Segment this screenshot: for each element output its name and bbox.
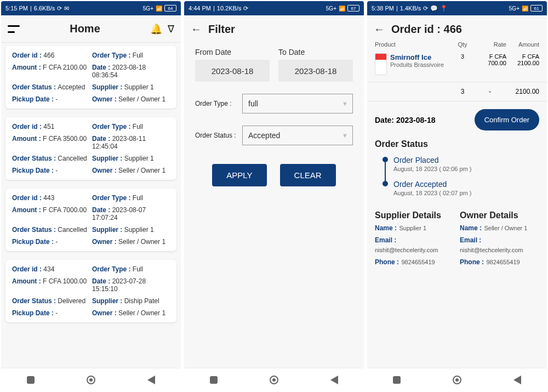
chevron-down-icon: ▼ xyxy=(342,100,348,107)
status-bar: 5:38 PM | 1.4KB/s ⟳💬📍 5G+📶 61 xyxy=(367,1,547,15)
to-date-input[interactable]: 2023-08-18 xyxy=(278,60,353,82)
page-title: Order id : 466 xyxy=(391,23,462,36)
status-bar: 4:44 PM | 10.2KB/s ⟳ 5G+📶 67 xyxy=(184,1,364,15)
order-card[interactable]: Order id : 434Order Type : FullAmount : … xyxy=(5,260,176,322)
product-name: Smirnoff Ice xyxy=(390,53,444,61)
timeline-item: Order PlacedAugust, 18 2023 ( 02:06 pm ) xyxy=(383,154,539,178)
product-desc: Produits Brassivoire xyxy=(390,61,444,68)
recent-apps-icon[interactable] xyxy=(27,376,35,384)
battery-icon: 61 xyxy=(530,5,543,12)
status-time: 5:15 PM xyxy=(5,5,28,12)
chevron-down-icon: ▼ xyxy=(342,132,348,139)
app-header: Home 🔔 ∇ xyxy=(1,15,181,43)
recent-apps-icon[interactable] xyxy=(393,376,401,384)
status-bar: 5:15 PM | 6.6KB/s ⟳✉ 5G+📶 64 xyxy=(1,1,181,15)
from-date-label: From Date xyxy=(195,48,270,56)
clear-button[interactable]: CLEAR xyxy=(280,164,336,186)
from-date-input[interactable]: 2023-08-18 xyxy=(195,60,270,82)
order-date: Date: 2023-08-18 xyxy=(375,116,436,124)
to-date-label: To Date xyxy=(278,48,353,56)
filter-screen: 4:44 PM | 10.2KB/s ⟳ 5G+📶 67 ← Filter Fr… xyxy=(184,1,364,391)
order-card[interactable]: Order id : 466Order Type : FullAmount : … xyxy=(5,46,176,109)
back-icon[interactable] xyxy=(330,376,338,384)
filter-header: ← Filter xyxy=(184,15,364,43)
apply-button[interactable]: APPLY xyxy=(212,164,266,186)
status-speed: 6.6KB/s xyxy=(34,5,55,12)
page-title: Filter xyxy=(208,23,235,36)
order-card[interactable]: Order id : 443Order Type : FullAmount : … xyxy=(5,189,176,251)
battery-icon: 64 xyxy=(164,5,176,12)
whatsapp-icon: ✉ xyxy=(64,5,69,12)
order-status-title: Order Status xyxy=(367,135,547,151)
order-status-select[interactable]: Accepted ▼ xyxy=(242,126,353,145)
back-arrow-icon[interactable]: ← xyxy=(374,23,385,36)
back-icon[interactable] xyxy=(147,376,155,384)
home-icon[interactable] xyxy=(270,376,278,384)
status-time: 4:44 PM xyxy=(189,5,211,12)
owner-details-title: Owner Details xyxy=(460,208,539,223)
home-icon[interactable] xyxy=(87,376,95,384)
product-row: Smirnoff Ice Produits Brassivoire 3 F CF… xyxy=(367,51,547,82)
home-screen: 5:15 PM | 6.6KB/s ⟳✉ 5G+📶 64 Home 🔔 ∇ Or… xyxy=(1,1,181,391)
back-arrow-icon[interactable]: ← xyxy=(191,23,202,36)
page-title: Home xyxy=(25,22,145,35)
detail-screen: 5:38 PM | 1.4KB/s ⟳💬📍 5G+📶 61 ← Order id… xyxy=(367,1,547,391)
home-icon[interactable] xyxy=(453,376,461,384)
product-table-header: Product Qty Rate Amount xyxy=(367,41,547,51)
totals-row: 3 - 2100.00 xyxy=(367,82,547,101)
product-image xyxy=(375,53,387,75)
order-list[interactable]: Order id : 466Order Type : FullAmount : … xyxy=(1,43,181,391)
android-nav xyxy=(184,368,364,391)
menu-icon[interactable] xyxy=(8,25,20,33)
confirm-order-button[interactable]: Confirm Order xyxy=(475,109,539,130)
order-card[interactable]: Order id : 451Order Type : FullAmount : … xyxy=(5,117,176,180)
order-type-select[interactable]: full ▼ xyxy=(242,94,353,113)
recent-apps-icon[interactable] xyxy=(210,376,218,384)
battery-icon: 67 xyxy=(347,5,359,12)
order-type-label: Order Type : xyxy=(195,100,238,107)
bell-icon[interactable]: 🔔 xyxy=(150,23,162,35)
supplier-details-title: Supplier Details xyxy=(375,208,454,223)
status-speed: 10.2KB/s xyxy=(217,5,242,12)
status-time: 5:38 PM xyxy=(372,5,394,12)
back-icon[interactable] xyxy=(513,376,521,384)
timeline-item: Order AcceptedAugust, 18 2023 ( 02:07 pm… xyxy=(383,178,539,202)
status-timeline: Order PlacedAugust, 18 2023 ( 02:06 pm )… xyxy=(367,151,547,206)
detail-header: ← Order id : 466 xyxy=(367,15,547,41)
order-status-label: Order Status : xyxy=(195,132,238,139)
filter-icon[interactable]: ∇ xyxy=(168,23,174,35)
android-nav xyxy=(1,368,181,391)
android-nav xyxy=(367,368,547,391)
status-speed: 1.4KB/s xyxy=(400,5,421,12)
